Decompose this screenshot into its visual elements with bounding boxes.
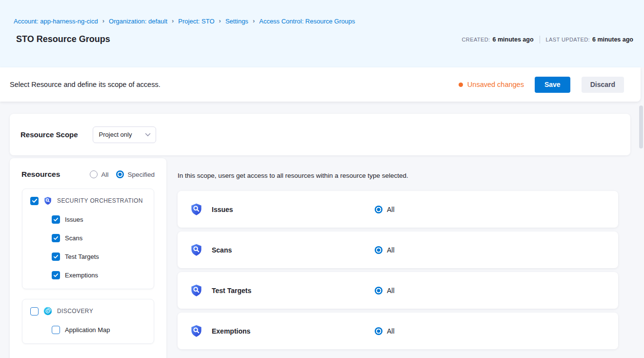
- security-orchestration-checkbox[interactable]: [30, 197, 39, 205]
- resource-cards: Issues All: [178, 191, 618, 349]
- resource-item-application-map: Application Map: [52, 326, 146, 334]
- resource-item-label: Scans: [65, 234, 82, 242]
- resource-scope-label: Resource Scope: [20, 130, 78, 139]
- access-all-label: All: [387, 327, 395, 335]
- radio-specified-label: Specified: [127, 171, 155, 178]
- resource-item-test-targets: Test Targets: [52, 253, 146, 261]
- check-icon: [53, 217, 59, 222]
- radio-option-all[interactable]: All: [90, 170, 108, 178]
- radio-option-specified[interactable]: Specified: [116, 170, 155, 178]
- radio-all-icon[interactable]: [90, 170, 98, 178]
- created-value: 6 minutes ago: [493, 36, 534, 43]
- resource-card-label: Test Targets: [212, 287, 251, 295]
- resources-title: Resources: [21, 170, 60, 179]
- resources-panel: Resources All Specified: [10, 158, 166, 358]
- group-header: SECURITY ORCHESTRATION: [30, 196, 146, 205]
- resource-group-discovery: DISCOVERY Application Map: [22, 299, 154, 344]
- access-radio-group: All: [375, 206, 395, 213]
- resource-card-label: Scans: [212, 246, 232, 254]
- content-area: Resource Scope Project only Resources Al…: [0, 102, 644, 358]
- access-all-label: All: [387, 246, 395, 254]
- resource-item-label: Issues: [65, 216, 83, 223]
- resource-item-label: Application Map: [65, 326, 110, 334]
- access-all-label: All: [387, 206, 395, 213]
- breadcrumb: Account: app-harness-ng-cicd › Organizat…: [14, 18, 633, 25]
- unsaved-dot-icon: [459, 83, 463, 87]
- shield-search-icon: [190, 243, 203, 256]
- access-all-radio[interactable]: [375, 206, 382, 213]
- access-all-radio[interactable]: [375, 327, 382, 335]
- access-all-radio[interactable]: [375, 287, 382, 295]
- created-label: CREATED:: [462, 37, 490, 42]
- check-icon: [53, 236, 59, 240]
- chevron-right-icon: ›: [172, 17, 174, 24]
- last-updated-label: LAST UPDATED:: [546, 37, 590, 42]
- issues-checkbox[interactable]: [52, 215, 60, 224]
- resource-item-issues: Issues: [52, 215, 146, 224]
- scope-info-text: In this scope, users get access to all r…: [178, 172, 644, 179]
- chevron-right-icon: ›: [219, 17, 221, 24]
- breadcrumb-link-resource-groups[interactable]: Access Control: Resource Groups: [259, 18, 355, 25]
- resource-scope-card: Resource Scope Project only: [10, 114, 630, 155]
- resources-mode-radio-group: All Specified: [90, 170, 155, 178]
- radio-all-label: All: [101, 171, 108, 178]
- save-button[interactable]: Save: [535, 77, 570, 93]
- resource-groups-page: Account: app-harness-ng-cicd › Organizat…: [0, 0, 644, 358]
- group-label: DISCOVERY: [57, 308, 93, 315]
- shield-search-icon: [43, 196, 52, 205]
- unsaved-changes-label: Unsaved changes: [467, 81, 524, 88]
- discard-button[interactable]: Discard: [582, 77, 624, 93]
- radio-specified-icon[interactable]: [116, 170, 124, 178]
- title-row: STO Resource Groups CREATED: 6 minutes a…: [14, 34, 633, 44]
- page-header: Account: app-harness-ng-cicd › Organizat…: [0, 0, 644, 67]
- action-bar: Select Resource and define its scope of …: [0, 67, 641, 102]
- resource-card-label: Issues: [212, 206, 233, 213]
- access-all-radio[interactable]: [375, 246, 382, 254]
- action-buttons: Unsaved changes Save Discard: [459, 77, 624, 93]
- check-icon: [32, 198, 38, 203]
- shield-search-icon: [190, 203, 203, 216]
- discovery-checkbox[interactable]: [30, 307, 39, 316]
- last-updated-value: 6 minutes ago: [592, 36, 633, 43]
- access-all-label: All: [387, 287, 395, 295]
- breadcrumb-link-project[interactable]: Project: STO: [178, 18, 214, 25]
- body-grid: Resources All Specified: [10, 158, 644, 358]
- group-label: SECURITY ORCHESTRATION: [57, 197, 143, 204]
- scope-description: Select Resource and define its scope of …: [10, 81, 161, 88]
- page-title: STO Resource Groups: [14, 34, 110, 44]
- resource-card-exemptions: Exemptions All: [178, 313, 618, 349]
- resource-scope-select[interactable]: Project only: [93, 126, 156, 143]
- timestamps: CREATED: 6 minutes ago LAST UPDATED: 6 m…: [462, 36, 633, 43]
- breadcrumb-link-account[interactable]: Account: app-harness-ng-cicd: [14, 18, 98, 25]
- resources-panel-header: Resources All Specified: [10, 170, 166, 179]
- access-radio-group: All: [375, 287, 395, 295]
- scans-checkbox[interactable]: [52, 234, 60, 242]
- access-radio-group: All: [375, 246, 395, 254]
- radar-icon: [43, 307, 52, 316]
- scrollbar-thumb[interactable]: [639, 105, 643, 148]
- scrollbar: [639, 104, 644, 358]
- shield-search-icon: [190, 284, 203, 297]
- resource-group-security-orchestration: SECURITY ORCHESTRATION Issues Scans: [22, 189, 154, 289]
- resource-item-label: Test Targets: [65, 253, 99, 260]
- resource-card-test-targets: Test Targets All: [178, 272, 618, 309]
- access-radio-group: All: [375, 327, 395, 335]
- check-icon: [53, 254, 59, 259]
- breadcrumb-link-organization[interactable]: Organization: default: [109, 18, 167, 25]
- chevron-down-icon: [145, 133, 151, 137]
- resource-card-label: Exemptions: [212, 327, 250, 335]
- breadcrumb-link-settings[interactable]: Settings: [225, 18, 248, 25]
- group-header: DISCOVERY: [30, 307, 146, 316]
- resource-card-issues: Issues All: [178, 191, 618, 228]
- chevron-right-icon: ›: [102, 17, 104, 24]
- chevron-right-icon: ›: [253, 17, 255, 24]
- shield-search-icon: [190, 324, 203, 337]
- exemptions-checkbox[interactable]: [52, 271, 60, 279]
- test-targets-checkbox[interactable]: [52, 253, 60, 261]
- check-icon: [53, 273, 59, 277]
- application-map-checkbox[interactable]: [52, 326, 60, 334]
- resource-scope-value: Project only: [99, 131, 132, 138]
- resource-item-label: Exemptions: [65, 272, 98, 279]
- resource-item-scans: Scans: [52, 234, 146, 242]
- resource-card-scans: Scans All: [178, 232, 618, 268]
